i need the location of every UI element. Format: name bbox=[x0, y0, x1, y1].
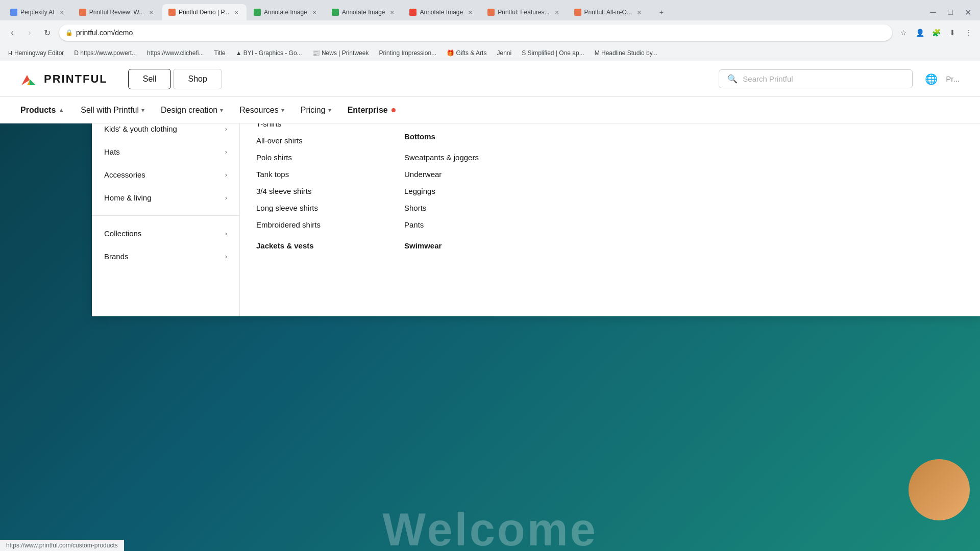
reload-button[interactable]: ↻ bbox=[39, 24, 55, 41]
longsleeve-link[interactable]: Long sleeve shirts bbox=[256, 199, 372, 216]
dropdown-overlay: Men's clothing › Women's clothing › Kids… bbox=[0, 61, 980, 551]
bookmark-printing[interactable]: Printing Impression... bbox=[375, 48, 440, 58]
tab-printful-allin[interactable]: Printful: All-in-O... ✕ bbox=[568, 4, 649, 20]
logo-text: PRINTFUL bbox=[44, 72, 108, 86]
character-illustration bbox=[878, 398, 980, 551]
tab-annotate-3[interactable]: Annotate Image ✕ bbox=[403, 4, 480, 20]
bookmark-hemingway[interactable]: H Hemingway Editor bbox=[4, 48, 68, 58]
download-icon[interactable]: ⬇ bbox=[945, 26, 960, 40]
header-right: 🌐 Pr... bbox=[925, 73, 960, 85]
profile-lens-icon[interactable]: 👤 bbox=[913, 26, 927, 40]
more-options-icon[interactable]: ⋮ bbox=[962, 26, 976, 40]
logo[interactable]: PRINTFUL bbox=[20, 70, 108, 88]
home-arrow-icon: › bbox=[225, 194, 227, 202]
sell-button[interactable]: Sell bbox=[128, 69, 172, 89]
tab-printful-features[interactable]: Printful: Features... ✕ bbox=[481, 4, 567, 20]
bookmark-headline[interactable]: M Headline Studio by... bbox=[591, 48, 662, 58]
bookmark-printweek[interactable]: 📰 News | Printweek bbox=[308, 48, 373, 58]
tab-perplexity[interactable]: Perplexity AI ✕ bbox=[4, 4, 72, 20]
bookmark-gifts[interactable]: 🎁 Gifts & Arts bbox=[443, 48, 491, 58]
sidebar-collections[interactable]: Collections › bbox=[92, 222, 239, 245]
design-chevron-icon: ▾ bbox=[220, 107, 223, 114]
bookmark-byi[interactable]: ▲ BYI - Graphics - Go... bbox=[232, 48, 306, 58]
tab-annotate-2[interactable]: Annotate Image ✕ bbox=[326, 4, 403, 20]
tab-close-allin[interactable]: ✕ bbox=[635, 8, 643, 16]
bookmark-clichefi[interactable]: https://www.clichefi... bbox=[143, 48, 208, 58]
nav-sell-with-printful[interactable]: Sell with Printful ▾ bbox=[81, 98, 144, 122]
tab-close-ann1[interactable]: ✕ bbox=[310, 8, 318, 16]
sidebar-brands[interactable]: Brands › bbox=[92, 245, 239, 268]
sidebar-home-living[interactable]: Home & living › bbox=[92, 186, 239, 209]
bookmark-powert[interactable]: D https://www.powert... bbox=[70, 48, 141, 58]
leggings-link[interactable]: Leggings bbox=[404, 183, 520, 199]
kids-arrow-icon: › bbox=[225, 125, 227, 133]
polo-shirts-link[interactable]: Polo shirts bbox=[256, 149, 372, 166]
sell-chevron-icon: ▾ bbox=[141, 107, 144, 114]
tab-printful-demo[interactable]: Printful Demo | P... ✕ bbox=[162, 4, 247, 20]
swimwear-title: Swimwear bbox=[404, 241, 520, 250]
globe-icon[interactable]: 🌐 bbox=[925, 73, 938, 85]
accessories-arrow-icon: › bbox=[225, 171, 227, 179]
tab-printful-review[interactable]: Printful Review: W... ✕ bbox=[73, 4, 161, 20]
extensions-icon[interactable]: 🧩 bbox=[929, 26, 943, 40]
jackets-vests-title: Jackets & vests bbox=[256, 241, 372, 250]
nav-enterprise[interactable]: Enterprise bbox=[348, 98, 396, 122]
status-url: https://www.printful.com/custom-products bbox=[6, 542, 118, 549]
address-bar[interactable]: 🔒 printful.com/demo bbox=[59, 24, 892, 41]
tab-close-review[interactable]: ✕ bbox=[147, 8, 155, 16]
sidebar-hats[interactable]: Hats › bbox=[92, 140, 239, 163]
bookmark-star-icon[interactable]: ☆ bbox=[896, 26, 911, 40]
pants-link[interactable]: Pants bbox=[404, 216, 520, 233]
sidebar-accessories[interactable]: Accessories › bbox=[92, 163, 239, 186]
search-icon: 🔍 bbox=[727, 74, 738, 84]
logo-icon bbox=[20, 70, 39, 88]
hats-arrow-icon: › bbox=[225, 148, 227, 156]
brands-arrow-icon: › bbox=[225, 253, 227, 260]
new-tab-button[interactable]: + bbox=[654, 5, 669, 19]
back-button[interactable]: ‹ bbox=[4, 24, 20, 41]
nav-pricing[interactable]: Pricing ▾ bbox=[301, 98, 331, 122]
bookmark-favicon: H bbox=[8, 50, 12, 56]
collections-arrow-icon: › bbox=[225, 230, 227, 237]
url-text: printful.com/demo bbox=[76, 29, 133, 37]
tab-close-feat[interactable]: ✕ bbox=[553, 8, 561, 16]
lock-icon: 🔒 bbox=[65, 29, 73, 36]
tank-tops-link[interactable]: Tank tops bbox=[256, 166, 372, 183]
nav-products[interactable]: Products ▲ bbox=[20, 98, 64, 122]
shop-button[interactable]: Shop bbox=[173, 69, 222, 89]
maximize-button[interactable]: □ bbox=[942, 4, 959, 20]
svg-marker-3 bbox=[30, 79, 36, 85]
search-placeholder: Search Printful bbox=[743, 74, 793, 83]
status-bar: https://www.printful.com/custom-products bbox=[0, 540, 124, 551]
header-nav-buttons: Sell Shop bbox=[128, 69, 222, 89]
sweatpants-link[interactable]: Sweatpants & joggers bbox=[404, 149, 520, 166]
sidebar-divider bbox=[92, 215, 239, 216]
bottoms-title: Bottoms bbox=[404, 132, 520, 141]
bookmark-title[interactable]: Title bbox=[210, 48, 229, 58]
allover-shirts-link[interactable]: All-over shirts bbox=[256, 132, 372, 149]
enterprise-dot bbox=[391, 108, 396, 112]
tab-close-perplexity[interactable]: ✕ bbox=[58, 8, 66, 16]
pricing-chevron-icon: ▾ bbox=[328, 107, 331, 114]
underwear-link[interactable]: Underwear bbox=[404, 166, 520, 183]
search-bar[interactable]: 🔍 Search Printful bbox=[719, 69, 913, 88]
embroidered-link[interactable]: Embroidered shirts bbox=[256, 216, 372, 233]
nav-design-creation[interactable]: Design creation ▾ bbox=[161, 98, 223, 122]
minimize-button[interactable]: ─ bbox=[925, 4, 941, 20]
bookmark-jenni[interactable]: Jenni bbox=[493, 48, 516, 58]
bookmark-simplified[interactable]: S Simplified | One ap... bbox=[518, 48, 589, 58]
tab-close-ann3[interactable]: ✕ bbox=[466, 8, 474, 16]
products-chevron-icon: ▲ bbox=[58, 107, 64, 114]
tab-annotate-1[interactable]: Annotate Image ✕ bbox=[248, 4, 325, 20]
shorts-link[interactable]: Shorts bbox=[404, 199, 520, 216]
resources-chevron-icon: ▾ bbox=[281, 107, 284, 114]
tab-close-ann2[interactable]: ✕ bbox=[388, 8, 396, 16]
tab-close-demo[interactable]: ✕ bbox=[232, 8, 240, 16]
close-window-button[interactable]: ✕ bbox=[960, 4, 976, 20]
user-profile-text[interactable]: Pr... bbox=[946, 74, 960, 83]
forward-button[interactable]: › bbox=[21, 24, 38, 41]
nav-resources[interactable]: Resources ▾ bbox=[239, 98, 284, 122]
34sleeve-link[interactable]: 3/4 sleeve shirts bbox=[256, 183, 372, 199]
